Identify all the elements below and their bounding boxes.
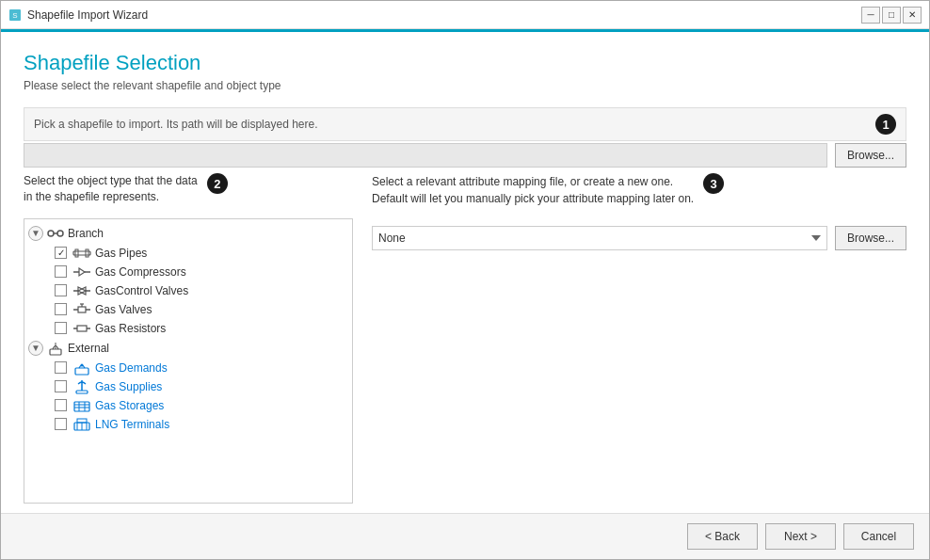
checkbox-gas-compressors[interactable]	[55, 265, 67, 278]
mapping-description: Select a relevant attribute mapping file…	[372, 173, 694, 207]
window: S Shapefile Import Wizard ─ □ ✕ Shapefil…	[0, 0, 930, 560]
svg-text:S: S	[12, 11, 17, 20]
expand-external[interactable]: ▼	[28, 341, 43, 356]
svg-rect-29	[74, 402, 89, 411]
object-type-label: Select the object type that the datain t…	[24, 173, 198, 205]
svg-rect-6	[75, 249, 78, 257]
tree-item-gas-pipes[interactable]: ✓ Gas Pipes	[24, 244, 352, 263]
tree-item-gascontrol-valves[interactable]: GasControl Valves	[24, 281, 352, 300]
checkbox-gas-demands[interactable]	[55, 361, 67, 374]
two-column-layout: Select the object type that the datain t…	[24, 173, 906, 504]
branch-group-label: Branch	[68, 227, 104, 240]
svg-rect-16	[78, 307, 86, 312]
gas-pipes-label: Gas Pipes	[95, 247, 147, 260]
badge-1: 1	[875, 114, 896, 135]
checkbox-lng-terminals[interactable]	[55, 418, 67, 430]
file-pick-hint: Pick a shapefile to import. Its path wil…	[34, 118, 318, 131]
back-button[interactable]: < Back	[687, 523, 758, 550]
lng-terminals-icon	[72, 417, 91, 432]
minimize-button[interactable]: ─	[861, 7, 880, 24]
mapping-row: None Browse...	[372, 226, 906, 250]
svg-rect-35	[77, 419, 87, 423]
page-title: Shapefile Selection	[24, 51, 906, 75]
app-icon: S	[8, 8, 22, 22]
external-group-icon	[47, 340, 64, 357]
next-button[interactable]: Next >	[765, 523, 836, 550]
svg-point-26	[81, 363, 84, 366]
gas-supplies-icon	[72, 379, 91, 394]
left-column: Select the object type that the datain t…	[24, 173, 353, 504]
svg-rect-28	[76, 391, 88, 393]
badge-2: 2	[207, 173, 228, 194]
browse-mapping-button[interactable]: Browse...	[835, 226, 906, 250]
gas-demands-label: Gas Demands	[95, 361, 168, 375]
gas-storages-label: Gas Storages	[95, 399, 164, 412]
external-group-label: External	[68, 342, 109, 355]
window-title: Shapefile Import Wizard	[27, 8, 148, 22]
close-button[interactable]: ✕	[903, 7, 922, 24]
expand-branch[interactable]: ▼	[28, 226, 43, 241]
tree-item-lng-terminals[interactable]: LNG Terminals	[24, 415, 352, 434]
svg-point-2	[48, 231, 54, 236]
checkbox-gas-resistors[interactable]	[55, 322, 67, 334]
gas-storages-icon	[72, 398, 91, 413]
footer: < Back Next > Cancel	[1, 513, 929, 559]
file-path-input[interactable]	[24, 143, 827, 168]
maximize-button[interactable]: □	[882, 7, 901, 24]
checkbox-gas-pipes[interactable]: ✓	[55, 247, 67, 259]
lng-terminals-label: LNG Terminals	[95, 418, 169, 431]
tree-item-gas-compressors[interactable]: Gas Compressors	[24, 263, 352, 281]
svg-rect-25	[75, 368, 88, 375]
title-bar-controls: ─ □ ✕	[861, 7, 922, 24]
tree-item-gas-supplies[interactable]: Gas Supplies	[24, 377, 352, 396]
gascontrol-valves-icon	[72, 283, 91, 298]
checkbox-gascontrol-valves[interactable]	[55, 284, 67, 296]
svg-rect-5	[73, 251, 90, 255]
tree-group-branch[interactable]: ▼ Branch	[24, 223, 352, 244]
content-area: Shapefile Selection Please select the re…	[1, 29, 929, 513]
gas-valves-label: Gas Valves	[95, 303, 152, 316]
gas-supplies-label: Gas Supplies	[95, 380, 162, 393]
checkbox-gas-storages[interactable]	[55, 399, 67, 411]
badge-3: 3	[703, 173, 724, 194]
title-bar: S Shapefile Import Wizard ─ □ ✕	[1, 1, 929, 29]
svg-rect-21	[77, 326, 87, 331]
svg-point-4	[57, 231, 63, 236]
gas-resistors-label: Gas Resistors	[95, 322, 166, 335]
cancel-button[interactable]: Cancel	[843, 523, 914, 550]
gas-demands-icon	[72, 360, 91, 376]
gas-valves-icon	[72, 302, 91, 317]
gas-resistors-icon	[72, 321, 91, 336]
branch-group-icon	[47, 225, 64, 242]
checkbox-gas-supplies[interactable]	[55, 380, 67, 392]
right-column: Select a relevant attribute mapping file…	[372, 173, 906, 504]
svg-marker-9	[79, 268, 85, 276]
svg-rect-23	[50, 349, 61, 355]
gascontrol-valves-label: GasControl Valves	[95, 284, 188, 297]
tree-item-gas-demands[interactable]: Gas Demands	[24, 359, 352, 377]
tree-item-gas-storages[interactable]: Gas Storages	[24, 396, 352, 415]
mapping-select[interactable]: None	[372, 226, 827, 250]
title-bar-left: S Shapefile Import Wizard	[8, 8, 148, 22]
browse-file-button[interactable]: Browse...	[835, 143, 906, 168]
tree-group-external[interactable]: ▼ External	[24, 338, 352, 359]
svg-rect-7	[86, 249, 88, 257]
gas-pipes-icon	[72, 246, 91, 261]
tree-container: ▼ Branch	[24, 218, 353, 504]
checkbox-gas-valves[interactable]	[55, 303, 67, 315]
page-subtitle: Please select the relevant shapefile and…	[24, 79, 906, 92]
gas-compressors-icon	[72, 264, 91, 280]
gas-compressors-label: Gas Compressors	[95, 265, 186, 279]
tree-item-gas-valves[interactable]: Gas Valves	[24, 300, 352, 319]
file-pick-section: Pick a shapefile to import. Its path wil…	[24, 107, 906, 168]
tree-item-gas-resistors[interactable]: Gas Resistors	[24, 319, 352, 338]
